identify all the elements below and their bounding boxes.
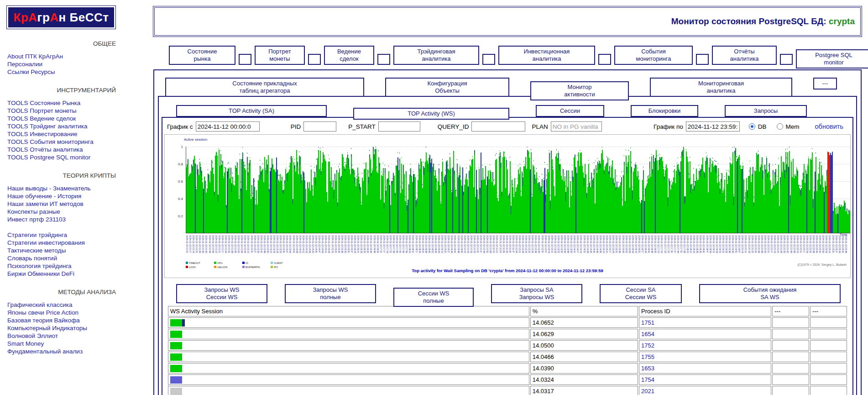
queryid-input[interactable] — [471, 121, 525, 132]
x-tick-label: 2024-11-12 08:45 — [428, 235, 431, 253]
pid-input[interactable] — [303, 121, 336, 132]
sidebar-link[interactable]: Конспекты разные — [7, 208, 120, 216]
sidebar-section-header: ТЕОРИЯ КРИПТЫ — [0, 172, 120, 179]
sidebar-link[interactable]: TOOLS Портрет монеты — [7, 107, 120, 115]
tab[interactable]: --- — [813, 78, 837, 90]
tab[interactable]: Инвестиционнаяаналитика — [498, 46, 595, 65]
x-tick-label: 2024-11-12 14:35 — [590, 235, 592, 253]
sidebar-link[interactable]: Наши выводы - Знаменатель — [7, 184, 120, 192]
session-bar-cell — [168, 329, 529, 339]
process-id-link[interactable]: 1653 — [639, 363, 771, 374]
x-tick-label: 2024-11-12 18:47 — [706, 235, 709, 253]
process-id-link[interactable]: 1654 — [639, 329, 771, 339]
tab[interactable]: Запросы WSСессии WS — [176, 284, 267, 303]
process-id-link[interactable]: 1751 — [639, 317, 771, 328]
page-header: Монитор состояния PostgreSQL БД: crypta — [154, 7, 861, 36]
sidebar-link[interactable]: Персоналии — [7, 60, 120, 68]
sidebar-link[interactable]: Биржи Обменники DeFi — [7, 270, 120, 278]
x-tick-label: 2024-11-12 09:06 — [438, 235, 440, 253]
sidebar-link[interactable]: TOOLS События мониторинга — [7, 138, 120, 146]
sidebar-link[interactable]: Психология трейдинга — [7, 262, 120, 270]
session-bar-segment — [170, 319, 182, 327]
session-bar-segment — [170, 376, 182, 384]
sidebar-section-list: Стратегии трэйдингаСтратегии инвестирова… — [0, 231, 120, 278]
tab[interactable]: Портретмонеты — [255, 46, 305, 65]
tab-active[interactable]: Сессии WSполные — [393, 288, 474, 307]
sidebar-link[interactable]: TOOLS Состояние Рынка — [7, 99, 120, 107]
tab[interactable]: Сессии SAСессии WS — [600, 284, 682, 303]
sidebar-link[interactable]: Базовая теория Вайкофа — [7, 316, 120, 324]
sidebar-link[interactable]: Фундаментальный анализ — [7, 348, 120, 355]
sidebar-link[interactable]: Тактические методы — [7, 247, 120, 254]
x-tick-label: 2024-11-12 10:09 — [467, 235, 470, 253]
tab[interactable]: КонфигурацияОбъекты — [385, 78, 509, 97]
sidebar-link[interactable]: Словарь понятий — [7, 254, 120, 262]
tab-active[interactable]: Postgree SQLmonitor — [796, 49, 868, 68]
process-id-link[interactable]: 1755 — [639, 352, 771, 362]
tab[interactable]: Мониторинговаяаналитика — [650, 78, 792, 97]
sidebar-link[interactable]: Наши заметки ИТ методов — [7, 200, 120, 208]
tab[interactable]: Состояниерынка — [169, 46, 235, 65]
tab[interactable]: Событиямониторинга — [614, 46, 693, 65]
refresh-button[interactable]: обновить — [815, 123, 843, 130]
chart-to-label: График по — [654, 123, 683, 130]
content-frame-outer: Состояние прикладныхтаблиц агрегатораКон… — [153, 69, 862, 395]
process-id-link[interactable]: 1754 — [639, 374, 771, 385]
sidebar-link[interactable]: TOOLS Отчёты аналитика — [7, 146, 120, 153]
tab[interactable]: Запросы — [725, 105, 807, 117]
sidebar-link[interactable]: TOOLS Трэйдинг аналитика — [7, 122, 120, 130]
sidebar-link[interactable]: Волновой Эллиот — [7, 332, 120, 340]
tab[interactable]: TOP Activity (SA) — [176, 105, 327, 117]
x-tick-label: 2024-11-12 07:35 — [396, 235, 398, 253]
x-tick-label: 2024-11-12 03:23 — [279, 235, 282, 253]
tab[interactable]: Блокировки — [631, 105, 698, 117]
tab[interactable]: События ожиданияSA WS — [699, 284, 841, 303]
tab[interactable]: Запросы SAЗапросы WS — [491, 284, 582, 303]
sidebar-link[interactable]: Графический классика — [7, 301, 120, 309]
tab[interactable]: Трэйдинговаяаналитика — [393, 46, 479, 65]
x-tick-label: 2024-11-12 02:48 — [263, 235, 266, 253]
mem-radio[interactable] — [777, 123, 783, 130]
chart-from-input[interactable] — [196, 121, 260, 132]
sidebar-link[interactable]: TOOLS Postgree SQL monitor — [7, 153, 120, 161]
tab[interactable]: Отчётыаналитика — [712, 46, 777, 65]
sidebar-link[interactable]: TOOLS Ведение сделок — [7, 115, 120, 122]
x-tick-label: 2024-11-12 15:17 — [609, 235, 612, 253]
chart-from-label: График с — [167, 123, 193, 130]
tab[interactable]: Состояние прикладныхтаблиц агрегатора — [165, 78, 364, 97]
sidebar-link[interactable]: Ссылки Ресурсы — [7, 68, 120, 76]
tab[interactable]: Ведениесделок — [324, 46, 374, 65]
pstart-input[interactable] — [378, 121, 420, 132]
sidebar-section-list: Графический классикаЯпоны свечи Price Ac… — [0, 301, 120, 355]
tab-active[interactable]: Мониторактивности — [530, 81, 629, 100]
sidebar-link[interactable]: Компьютерный Индикаторы — [7, 324, 120, 332]
sidebar-link[interactable]: Smart Money — [7, 340, 120, 348]
session-bar — [170, 376, 527, 384]
tab-active[interactable]: TOP Activity (WS) — [353, 108, 509, 120]
x-tick-label: 2024-11-12 20:18 — [748, 235, 751, 253]
sidebar-link[interactable]: Наше обучение - История — [7, 192, 120, 200]
process-id-link[interactable]: 1752 — [639, 340, 771, 351]
tab-label: Запросы WS — [497, 294, 577, 301]
x-tick-label: 2024-11-12 16:48 — [651, 235, 654, 253]
plan-input[interactable] — [551, 121, 602, 132]
process-id-link[interactable]: 2021 — [639, 386, 771, 395]
sidebar-link[interactable]: Инвест пртф 231103 — [7, 216, 120, 223]
db-radio[interactable] — [749, 123, 755, 130]
tab[interactable]: Сессии — [536, 105, 604, 117]
sidebar-link[interactable]: TOOLS Инвестирование — [7, 130, 120, 138]
sidebar-link[interactable]: Стратегии трэйдинга — [7, 231, 120, 239]
tab[interactable]: Запросы WSполные — [285, 284, 376, 303]
x-tick-label: 2024-11-12 19:22 — [722, 235, 725, 253]
x-tick-label: 2024-11-12 18:54 — [709, 235, 712, 253]
x-tick-label: 2024-11-12 14:07 — [576, 235, 579, 253]
x-tick-label: 2024-11-12 15:10 — [606, 235, 608, 253]
chart-to-input[interactable] — [686, 121, 740, 132]
legend-item: IO — [242, 261, 271, 265]
x-tick-label: 2024-11-12 22:10 — [800, 235, 802, 253]
sidebar-link[interactable]: Стратегии инвестирования — [7, 239, 120, 247]
tab-label: События — [620, 48, 687, 55]
sidebar-link[interactable]: About ПТК КрАгрАн — [7, 53, 120, 60]
sidebar-link[interactable]: Японы свечи Price Action — [7, 309, 120, 316]
session-bar — [170, 365, 527, 372]
